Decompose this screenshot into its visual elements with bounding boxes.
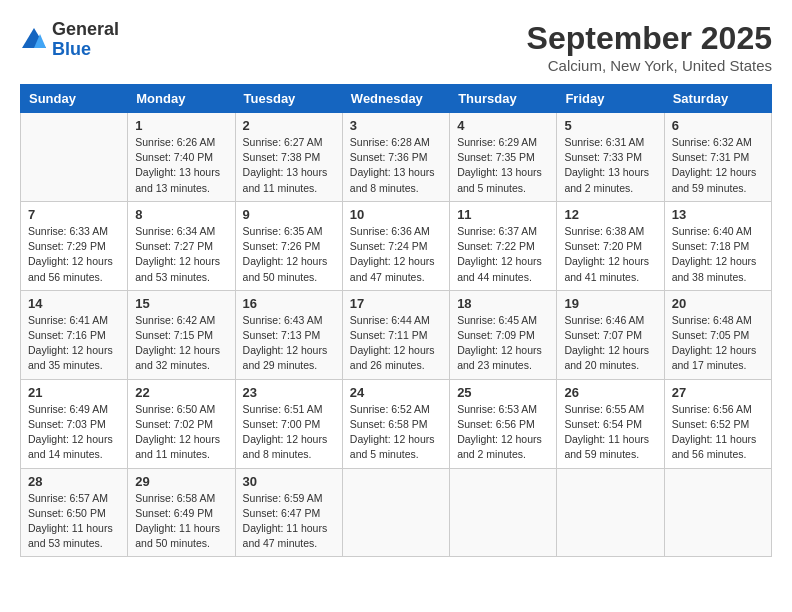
- calendar-cell: 12Sunrise: 6:38 AMSunset: 7:20 PMDayligh…: [557, 201, 664, 290]
- cell-content: Sunrise: 6:51 AMSunset: 7:00 PMDaylight:…: [243, 402, 335, 463]
- calendar-cell: 8Sunrise: 6:34 AMSunset: 7:27 PMDaylight…: [128, 201, 235, 290]
- calendar-cell: 14Sunrise: 6:41 AMSunset: 7:16 PMDayligh…: [21, 290, 128, 379]
- calendar-cell: 4Sunrise: 6:29 AMSunset: 7:35 PMDaylight…: [450, 113, 557, 202]
- day-number: 27: [672, 385, 764, 400]
- day-number: 28: [28, 474, 120, 489]
- cell-content: Sunrise: 6:28 AMSunset: 7:36 PMDaylight:…: [350, 135, 442, 196]
- calendar-week-row: 14Sunrise: 6:41 AMSunset: 7:16 PMDayligh…: [21, 290, 772, 379]
- day-number: 14: [28, 296, 120, 311]
- cell-content: Sunrise: 6:46 AMSunset: 7:07 PMDaylight:…: [564, 313, 656, 374]
- calendar-cell: 27Sunrise: 6:56 AMSunset: 6:52 PMDayligh…: [664, 379, 771, 468]
- calendar-cell: 29Sunrise: 6:58 AMSunset: 6:49 PMDayligh…: [128, 468, 235, 557]
- day-number: 21: [28, 385, 120, 400]
- calendar-cell: 19Sunrise: 6:46 AMSunset: 7:07 PMDayligh…: [557, 290, 664, 379]
- day-number: 22: [135, 385, 227, 400]
- cell-content: Sunrise: 6:42 AMSunset: 7:15 PMDaylight:…: [135, 313, 227, 374]
- day-number: 25: [457, 385, 549, 400]
- day-number: 9: [243, 207, 335, 222]
- weekday-header: Saturday: [664, 85, 771, 113]
- calendar-week-row: 21Sunrise: 6:49 AMSunset: 7:03 PMDayligh…: [21, 379, 772, 468]
- calendar-table: SundayMondayTuesdayWednesdayThursdayFrid…: [20, 84, 772, 557]
- calendar-cell: 3Sunrise: 6:28 AMSunset: 7:36 PMDaylight…: [342, 113, 449, 202]
- cell-content: Sunrise: 6:56 AMSunset: 6:52 PMDaylight:…: [672, 402, 764, 463]
- weekday-header: Friday: [557, 85, 664, 113]
- cell-content: Sunrise: 6:44 AMSunset: 7:11 PMDaylight:…: [350, 313, 442, 374]
- day-number: 2: [243, 118, 335, 133]
- title-block: September 2025 Calcium, New York, United…: [527, 20, 772, 74]
- cell-content: Sunrise: 6:45 AMSunset: 7:09 PMDaylight:…: [457, 313, 549, 374]
- calendar-header-row: SundayMondayTuesdayWednesdayThursdayFrid…: [21, 85, 772, 113]
- day-number: 10: [350, 207, 442, 222]
- calendar-cell: 20Sunrise: 6:48 AMSunset: 7:05 PMDayligh…: [664, 290, 771, 379]
- page-header: General Blue September 2025 Calcium, New…: [20, 20, 772, 74]
- logo-general: General: [52, 19, 119, 39]
- calendar-cell: 15Sunrise: 6:42 AMSunset: 7:15 PMDayligh…: [128, 290, 235, 379]
- calendar-cell: 13Sunrise: 6:40 AMSunset: 7:18 PMDayligh…: [664, 201, 771, 290]
- logo-icon: [20, 26, 48, 54]
- calendar-cell: 11Sunrise: 6:37 AMSunset: 7:22 PMDayligh…: [450, 201, 557, 290]
- calendar-week-row: 28Sunrise: 6:57 AMSunset: 6:50 PMDayligh…: [21, 468, 772, 557]
- day-number: 23: [243, 385, 335, 400]
- day-number: 7: [28, 207, 120, 222]
- calendar-cell: 30Sunrise: 6:59 AMSunset: 6:47 PMDayligh…: [235, 468, 342, 557]
- cell-content: Sunrise: 6:43 AMSunset: 7:13 PMDaylight:…: [243, 313, 335, 374]
- calendar-cell: 17Sunrise: 6:44 AMSunset: 7:11 PMDayligh…: [342, 290, 449, 379]
- cell-content: Sunrise: 6:35 AMSunset: 7:26 PMDaylight:…: [243, 224, 335, 285]
- calendar-week-row: 7Sunrise: 6:33 AMSunset: 7:29 PMDaylight…: [21, 201, 772, 290]
- calendar-cell: 26Sunrise: 6:55 AMSunset: 6:54 PMDayligh…: [557, 379, 664, 468]
- cell-content: Sunrise: 6:26 AMSunset: 7:40 PMDaylight:…: [135, 135, 227, 196]
- day-number: 20: [672, 296, 764, 311]
- calendar-cell: 25Sunrise: 6:53 AMSunset: 6:56 PMDayligh…: [450, 379, 557, 468]
- cell-content: Sunrise: 6:27 AMSunset: 7:38 PMDaylight:…: [243, 135, 335, 196]
- calendar-cell: 2Sunrise: 6:27 AMSunset: 7:38 PMDaylight…: [235, 113, 342, 202]
- cell-content: Sunrise: 6:52 AMSunset: 6:58 PMDaylight:…: [350, 402, 442, 463]
- day-number: 6: [672, 118, 764, 133]
- calendar-cell: 21Sunrise: 6:49 AMSunset: 7:03 PMDayligh…: [21, 379, 128, 468]
- calendar-cell: 18Sunrise: 6:45 AMSunset: 7:09 PMDayligh…: [450, 290, 557, 379]
- calendar-cell: [664, 468, 771, 557]
- day-number: 8: [135, 207, 227, 222]
- weekday-header: Sunday: [21, 85, 128, 113]
- day-number: 4: [457, 118, 549, 133]
- calendar-cell: 22Sunrise: 6:50 AMSunset: 7:02 PMDayligh…: [128, 379, 235, 468]
- day-number: 13: [672, 207, 764, 222]
- calendar-cell: 24Sunrise: 6:52 AMSunset: 6:58 PMDayligh…: [342, 379, 449, 468]
- cell-content: Sunrise: 6:50 AMSunset: 7:02 PMDaylight:…: [135, 402, 227, 463]
- calendar-cell: 28Sunrise: 6:57 AMSunset: 6:50 PMDayligh…: [21, 468, 128, 557]
- cell-content: Sunrise: 6:29 AMSunset: 7:35 PMDaylight:…: [457, 135, 549, 196]
- day-number: 29: [135, 474, 227, 489]
- weekday-header: Thursday: [450, 85, 557, 113]
- day-number: 26: [564, 385, 656, 400]
- calendar-cell: 6Sunrise: 6:32 AMSunset: 7:31 PMDaylight…: [664, 113, 771, 202]
- logo-text: General Blue: [52, 20, 119, 60]
- day-number: 15: [135, 296, 227, 311]
- cell-content: Sunrise: 6:31 AMSunset: 7:33 PMDaylight:…: [564, 135, 656, 196]
- calendar-cell: 7Sunrise: 6:33 AMSunset: 7:29 PMDaylight…: [21, 201, 128, 290]
- cell-content: Sunrise: 6:57 AMSunset: 6:50 PMDaylight:…: [28, 491, 120, 552]
- cell-content: Sunrise: 6:53 AMSunset: 6:56 PMDaylight:…: [457, 402, 549, 463]
- weekday-header: Monday: [128, 85, 235, 113]
- cell-content: Sunrise: 6:55 AMSunset: 6:54 PMDaylight:…: [564, 402, 656, 463]
- day-number: 11: [457, 207, 549, 222]
- cell-content: Sunrise: 6:32 AMSunset: 7:31 PMDaylight:…: [672, 135, 764, 196]
- day-number: 17: [350, 296, 442, 311]
- calendar-week-row: 1Sunrise: 6:26 AMSunset: 7:40 PMDaylight…: [21, 113, 772, 202]
- calendar-cell: [342, 468, 449, 557]
- day-number: 16: [243, 296, 335, 311]
- cell-content: Sunrise: 6:40 AMSunset: 7:18 PMDaylight:…: [672, 224, 764, 285]
- day-number: 18: [457, 296, 549, 311]
- cell-content: Sunrise: 6:38 AMSunset: 7:20 PMDaylight:…: [564, 224, 656, 285]
- day-number: 24: [350, 385, 442, 400]
- logo-blue: Blue: [52, 39, 91, 59]
- location: Calcium, New York, United States: [527, 57, 772, 74]
- calendar-cell: 16Sunrise: 6:43 AMSunset: 7:13 PMDayligh…: [235, 290, 342, 379]
- month-title: September 2025: [527, 20, 772, 57]
- cell-content: Sunrise: 6:48 AMSunset: 7:05 PMDaylight:…: [672, 313, 764, 374]
- cell-content: Sunrise: 6:33 AMSunset: 7:29 PMDaylight:…: [28, 224, 120, 285]
- cell-content: Sunrise: 6:59 AMSunset: 6:47 PMDaylight:…: [243, 491, 335, 552]
- day-number: 19: [564, 296, 656, 311]
- calendar-cell: 1Sunrise: 6:26 AMSunset: 7:40 PMDaylight…: [128, 113, 235, 202]
- weekday-header: Tuesday: [235, 85, 342, 113]
- cell-content: Sunrise: 6:49 AMSunset: 7:03 PMDaylight:…: [28, 402, 120, 463]
- day-number: 12: [564, 207, 656, 222]
